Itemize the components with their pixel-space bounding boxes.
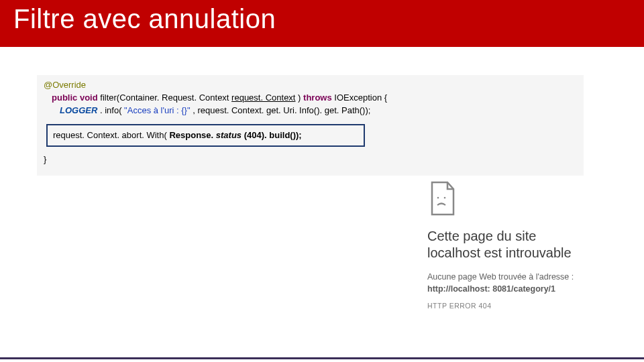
- code-line-2: public void filter(Container. Request. C…: [44, 92, 577, 105]
- logger-call-b: , request. Context. get. Uri. Info(). ge…: [193, 105, 370, 115]
- abort-status: status: [216, 130, 241, 140]
- abort-highlight-box: request. Context. abort. With( Response.…: [46, 124, 365, 147]
- code-line-close: }: [44, 154, 577, 166]
- error-msg-url: http://localhost: 8081/category/1: [427, 284, 555, 294]
- method-sig-b: ): [298, 93, 303, 103]
- code-line-1: @Override: [44, 79, 577, 92]
- slide-title: Filtre avec annulation: [13, 4, 276, 34]
- method-sig-a: filter(Container. Request. Context: [100, 93, 231, 103]
- abort-b: (404). build());: [244, 130, 302, 140]
- error-message: Aucune page Web trouvée à l'adresse : ht…: [427, 271, 592, 295]
- broken-page-icon: [429, 181, 457, 216]
- error-code: HTTP ERROR 404: [427, 302, 592, 310]
- annotation-override: @Override: [44, 80, 86, 90]
- param-name: request. Context: [231, 93, 295, 103]
- error-heading: Cette page du site localhost est introuv…: [427, 228, 592, 261]
- abort-resp: Response.: [169, 130, 215, 140]
- kw-void: void: [80, 93, 98, 103]
- string-literal: "Acces à l'uri : {}": [124, 105, 190, 115]
- code-block: @Override public void filter(Container. …: [37, 75, 584, 176]
- error-panel: Cette page du site localhost est introuv…: [427, 181, 592, 310]
- footer-accent-line: [0, 357, 644, 359]
- method-sig-c: IOException {: [334, 93, 387, 103]
- error-msg-prefix: Aucune page Web trouvée à l'adresse :: [427, 272, 574, 282]
- header-bar: Filtre avec annulation: [0, 0, 644, 47]
- logger-ref: LOGGER: [60, 105, 97, 115]
- svg-point-0: [437, 197, 439, 199]
- abort-a: request. Context. abort. With(: [53, 130, 167, 140]
- logger-call-a: . info(: [100, 105, 122, 115]
- svg-point-1: [444, 197, 446, 199]
- kw-throws: throws: [303, 93, 332, 103]
- kw-public: public: [52, 93, 77, 103]
- code-line-3: LOGGER . info( "Acces à l'uri : {}" , re…: [44, 105, 577, 117]
